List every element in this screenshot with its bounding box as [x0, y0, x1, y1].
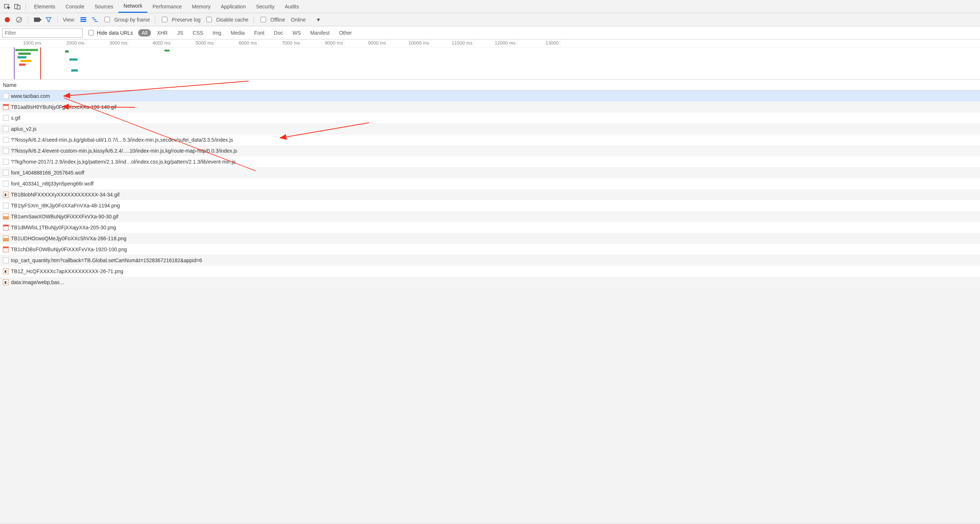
file-icon — [3, 257, 9, 263]
request-name: ??kissy/k/6.2.4/seed-min.js,kg/global-ut… — [11, 137, 233, 143]
filter-type-font[interactable]: Font — [251, 29, 268, 37]
hide-data-urls-label: Hide data URLs — [97, 30, 133, 36]
table-row[interactable]: ◧TB1BlobNFXXXXXyXXXXXXXXXXXX-34-34.gif — [0, 189, 980, 200]
request-rows: www.taobao.comTB1aal9sH9YBuNjy0FgXXcxcXX… — [0, 91, 980, 288]
request-name: aplus_v2.js — [11, 126, 37, 132]
tab-audits[interactable]: Audits — [280, 0, 304, 13]
file-icon: ◧ — [3, 279, 9, 285]
preserve-log-checkbox[interactable] — [162, 17, 167, 22]
tab-console[interactable]: Console — [60, 0, 89, 13]
column-header-name[interactable]: Name — [0, 79, 980, 91]
network-table: Name www.taobao.comTB1aal9sH9YBuNjy0FgXX… — [0, 79, 980, 288]
table-row[interactable]: www.taobao.com — [0, 91, 980, 102]
filter-type-css[interactable]: CSS — [189, 29, 207, 37]
filter-type-ws[interactable]: WS — [289, 29, 305, 37]
filter-type-manifest[interactable]: Manifest — [307, 29, 333, 37]
tab-memory[interactable]: Memory — [187, 0, 216, 13]
clear-button[interactable] — [14, 14, 24, 25]
tab-elements[interactable]: Elements — [29, 0, 60, 13]
table-row[interactable]: TB1aal9sH9YBuNjy0FgXXcxcXXa-190-140.gif — [0, 102, 980, 113]
table-row[interactable]: s.gif — [0, 113, 980, 124]
tab-application[interactable]: Application — [216, 0, 251, 13]
tab-performance[interactable]: Performance — [147, 0, 187, 13]
request-name: ??kissy/k/6.2.4/event-custom-min.js,kiss… — [11, 148, 237, 154]
timeline-tick: 2000 ms — [43, 40, 86, 47]
separator — [155, 16, 155, 23]
screenshot-icon[interactable] — [32, 14, 42, 25]
table-row[interactable]: ◧TB1Z_HcQFXXXXc7apXXXXXXXXXX-26-71.png — [0, 266, 980, 277]
tab-network[interactable]: Network — [118, 0, 147, 13]
timeline-tick: 8000 ms — [302, 40, 345, 47]
throttling-dropdown-icon[interactable]: ▼ — [316, 17, 321, 23]
timeline-tick: 7000 ms — [259, 40, 302, 47]
table-row[interactable]: font_403341_n8tj33yn5peng66r.woff — [0, 178, 980, 189]
timeline-tick: 10000 ms — [388, 40, 431, 47]
file-icon — [3, 170, 9, 176]
filter-type-xhr[interactable]: XHR — [153, 29, 171, 37]
large-rows-icon[interactable] — [78, 14, 88, 25]
timeline-tick: 4000 ms — [129, 40, 172, 47]
separator — [28, 16, 28, 23]
file-icon — [3, 235, 9, 241]
file-icon — [3, 159, 9, 165]
file-icon — [3, 137, 9, 143]
separator — [254, 16, 254, 23]
request-name: TB1aal9sH9YBuNjy0FgXXcxcXXa-190-140.gif — [11, 104, 116, 110]
timeline-tick: 5000 ms — [172, 40, 216, 47]
filter-type-doc[interactable]: Doc — [270, 29, 287, 37]
file-icon — [3, 126, 9, 132]
request-name: www.taobao.com — [11, 93, 50, 99]
timeline-tick: 11000 ms — [431, 40, 474, 47]
svg-rect-4 — [80, 19, 86, 20]
filter-type-img[interactable]: Img — [209, 29, 225, 37]
table-row[interactable]: font_1404888168_2057645.woff — [0, 167, 980, 178]
table-row[interactable]: ??kissy/k/6.2.4/seed-min.js,kg/global-ut… — [0, 134, 980, 145]
table-row[interactable]: ◧data:image/webp;bas… — [0, 277, 980, 288]
offline-checkbox[interactable] — [261, 17, 266, 22]
timeline-tick: 9000 ms — [345, 40, 388, 47]
group-by-frame-checkbox[interactable] — [105, 17, 110, 22]
filter-type-other[interactable]: Other — [336, 29, 356, 37]
file-icon — [3, 214, 9, 219]
timeline-tick: 1000 ms — [0, 40, 43, 47]
device-toggle-icon[interactable] — [13, 2, 23, 12]
online-label: Online — [290, 17, 307, 23]
filter-type-all[interactable]: All — [138, 29, 151, 37]
svg-rect-7 — [93, 19, 96, 20]
request-name: TB1dMWlsL1TBuNjy0FjXXajyXXa-205-30.png — [11, 225, 116, 230]
filter-input[interactable] — [2, 28, 83, 38]
table-row[interactable]: TB1UDHOcwoQMeJjy0FoXXcShVXa-286-118.png — [0, 233, 980, 244]
filter-bar: Hide data URLs AllXHRJSCSSImgMediaFontDo… — [0, 26, 980, 40]
svg-rect-5 — [80, 21, 86, 22]
filter-type-media[interactable]: Media — [227, 29, 248, 37]
table-row[interactable]: ??kissy/k/6.2.4/event-custom-min.js,kiss… — [0, 145, 980, 156]
table-row[interactable]: top_cart_quantity.htm?callback=TB.Global… — [0, 255, 980, 266]
separator — [25, 3, 26, 10]
tab-security[interactable]: Security — [251, 0, 280, 13]
request-name: font_403341_n8tj33yn5peng66r.woff — [11, 181, 94, 187]
disable-cache-label: Disable cache — [215, 17, 250, 23]
table-row[interactable]: aplus_v2.js — [0, 124, 980, 134]
inspect-icon[interactable] — [2, 2, 13, 12]
file-icon — [3, 203, 9, 208]
offline-label: Offline — [269, 17, 286, 23]
timeline-overview[interactable]: 1000 ms2000 ms3000 ms4000 ms5000 ms6000 … — [0, 40, 980, 79]
timeline-tick: 6000 ms — [216, 40, 259, 47]
table-row[interactable]: TB1tyFSXm_I8KJjy0FoXXaFnVXa-48-1194.png — [0, 200, 980, 211]
group-by-frame-label: Group by frame — [113, 17, 151, 23]
network-toolbar: View: Group by frame Preserve log Disabl… — [0, 13, 980, 26]
preserve-log-label: Preserve log — [170, 17, 202, 23]
tab-sources[interactable]: Sources — [89, 0, 118, 13]
record-button[interactable] — [2, 14, 13, 25]
timeline-tick: 3000 ms — [86, 40, 129, 47]
table-row[interactable]: ??kg/home-2017/1.2.9/index.js,kg/pattern… — [0, 156, 980, 167]
hide-data-urls-checkbox[interactable] — [88, 30, 94, 35]
table-row[interactable]: TB1wmSawXOWBuNjy0FiXXXFxVXa-90-30.gif — [0, 211, 980, 222]
disable-cache-checkbox[interactable] — [207, 17, 212, 22]
file-icon — [3, 93, 9, 99]
table-row[interactable]: TB1chDBsFOWBuNjy0FiXXXFxVXa-1920-100.png — [0, 244, 980, 255]
filter-icon[interactable] — [43, 14, 54, 25]
waterfall-icon[interactable] — [90, 14, 100, 25]
table-row[interactable]: TB1dMWlsL1TBuNjy0FjXXajyXXa-205-30.png — [0, 222, 980, 233]
filter-type-js[interactable]: JS — [173, 29, 187, 37]
